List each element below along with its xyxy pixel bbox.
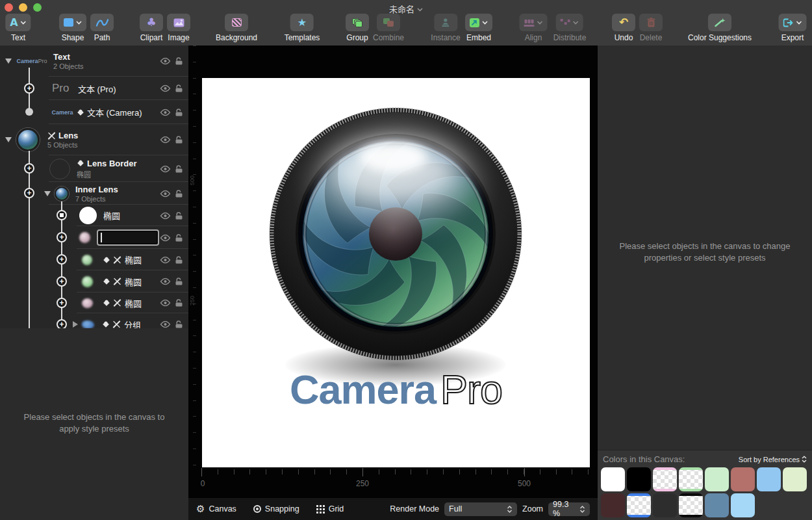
- color-swatch[interactable]: [601, 467, 625, 491]
- render-mode-select[interactable]: Full: [444, 502, 517, 516]
- canvas-region[interactable]: 500 250: [188, 46, 598, 520]
- stepper-arrows-icon: [802, 456, 807, 463]
- visibility-eye-icon[interactable]: [160, 256, 171, 263]
- image-icon: [173, 18, 184, 27]
- add-object-marker[interactable]: +: [57, 276, 67, 287]
- camera-lens-artwork[interactable]: [269, 107, 522, 361]
- visibility-eye-icon[interactable]: [160, 109, 171, 116]
- color-swatch[interactable]: [653, 467, 677, 491]
- color-swatch[interactable]: [679, 493, 703, 517]
- toolbar-button-distribute[interactable]: Distribute: [553, 14, 587, 42]
- toolbar-button-clipart[interactable]: ♣ Clipart: [140, 14, 163, 42]
- add-object-marker[interactable]: +: [57, 319, 67, 328]
- toolbar-button-undo[interactable]: ↶ Undo: [612, 14, 635, 42]
- disclosure-triangle-icon[interactable]: [73, 321, 78, 328]
- lock-icon[interactable]: [175, 57, 183, 66]
- visibility-eye-icon[interactable]: [160, 165, 171, 172]
- color-swatch[interactable]: [705, 467, 729, 491]
- properties-panel: Please select objects in the canvas to c…: [598, 46, 812, 520]
- artwork-title[interactable]: CameraPro: [202, 369, 590, 410]
- visibility-eye-icon[interactable]: [160, 85, 171, 92]
- lock-icon[interactable]: [175, 320, 183, 329]
- color-swatch[interactable]: [757, 467, 781, 491]
- add-object-marker[interactable]: +: [57, 298, 67, 308]
- effects-tools-icon: [113, 256, 121, 264]
- selected-object-marker[interactable]: [57, 210, 67, 220]
- add-object-marker[interactable]: +: [57, 254, 67, 265]
- embed-icon: [470, 18, 479, 27]
- lock-icon[interactable]: [175, 108, 183, 116]
- ruler-label: 500: [518, 479, 531, 488]
- color-swatch[interactable]: [705, 493, 729, 517]
- toolbar-button-align[interactable]: Align: [520, 14, 548, 42]
- toolbar-button-background[interactable]: Background: [216, 14, 257, 42]
- lock-icon[interactable]: [175, 164, 183, 173]
- disclosure-triangle-icon[interactable]: [44, 191, 51, 196]
- toolbar-button-image[interactable]: Image: [167, 14, 190, 42]
- artboard[interactable]: CameraPro: [202, 78, 590, 467]
- lock-icon[interactable]: [175, 299, 183, 307]
- lock-icon[interactable]: [175, 189, 183, 198]
- lock-icon[interactable]: [175, 233, 183, 242]
- visibility-eye-icon[interactable]: [160, 234, 171, 241]
- color-suggestions-wand-icon: [715, 18, 726, 27]
- grid-toggle[interactable]: Grid: [316, 504, 344, 514]
- visibility-eye-icon[interactable]: [160, 212, 171, 219]
- trash-icon: [647, 18, 655, 27]
- templates-star-icon: ★: [298, 18, 307, 28]
- lock-icon[interactable]: [175, 255, 183, 264]
- lock-icon[interactable]: [175, 278, 183, 286]
- lock-icon[interactable]: [175, 84, 183, 93]
- vertical-ruler-label: 250: [189, 296, 196, 306]
- color-swatch[interactable]: [627, 467, 651, 491]
- layer-rename-input[interactable]: [97, 229, 159, 246]
- lock-icon[interactable]: [175, 136, 183, 144]
- toolbar-button-group[interactable]: Group: [346, 14, 369, 42]
- color-swatch[interactable]: [679, 467, 703, 491]
- layers-panel: + + + + + + + + CameraPro Text 2 Objects…: [0, 46, 188, 328]
- align-icon: [524, 19, 535, 27]
- toolbar-button-color-suggestions[interactable]: Color Suggestions: [688, 14, 752, 42]
- color-swatch[interactable]: [627, 493, 651, 517]
- visibility-eye-icon[interactable]: [160, 278, 171, 285]
- tree-end-dot: [25, 108, 33, 116]
- toolbar-button-templates[interactable]: ★ Templates: [285, 14, 320, 42]
- layer-thumbnail: [16, 128, 40, 151]
- toolbar-button-instance[interactable]: Instance: [431, 14, 460, 42]
- color-swatch[interactable]: [653, 493, 677, 517]
- canvas-settings-button[interactable]: ⚙ Canvas: [196, 504, 236, 514]
- color-swatch[interactable]: [783, 467, 807, 491]
- color-swatch[interactable]: [731, 493, 755, 517]
- disclosure-triangle-icon[interactable]: [5, 137, 12, 142]
- color-swatch[interactable]: [731, 467, 755, 491]
- add-object-marker[interactable]: +: [24, 188, 34, 198]
- lock-icon[interactable]: [175, 211, 183, 220]
- visibility-eye-icon[interactable]: [160, 321, 171, 328]
- visibility-eye-icon[interactable]: [160, 136, 171, 144]
- add-object-marker[interactable]: +: [57, 232, 67, 242]
- visibility-eye-icon[interactable]: [160, 58, 171, 65]
- layer-thumbnail: [82, 320, 94, 329]
- color-swatch[interactable]: [601, 493, 625, 517]
- sort-by-references-select[interactable]: Sort by References: [739, 456, 807, 463]
- disclosure-triangle-icon[interactable]: [5, 58, 12, 64]
- toolbar-button-delete[interactable]: Delete: [639, 14, 663, 42]
- toolbar-button-export[interactable]: Export: [779, 14, 807, 42]
- toolbar-button-text[interactable]: A Text: [5, 14, 31, 42]
- toolbar-button-shape[interactable]: Shape: [59, 14, 86, 42]
- path-tool-icon: [95, 18, 109, 27]
- toolbar-button-embed[interactable]: Embed: [465, 14, 492, 42]
- add-object-marker[interactable]: +: [24, 83, 34, 94]
- effects-tools-icon: [47, 132, 56, 140]
- toolbar-button-path[interactable]: Path: [90, 14, 114, 42]
- layer-thumbnail: [49, 159, 70, 179]
- style-bucket-icon: [77, 109, 84, 116]
- toolbar-button-combine[interactable]: Combine: [373, 14, 404, 42]
- instance-stamp-icon: [441, 18, 451, 27]
- visibility-eye-icon[interactable]: [160, 300, 171, 307]
- text-tool-icon: A: [10, 18, 18, 28]
- zoom-stepper[interactable]: 99.3 %: [548, 502, 590, 516]
- add-object-marker[interactable]: +: [24, 163, 34, 174]
- snapping-toggle[interactable]: Snapping: [253, 504, 299, 514]
- visibility-eye-icon[interactable]: [160, 190, 171, 197]
